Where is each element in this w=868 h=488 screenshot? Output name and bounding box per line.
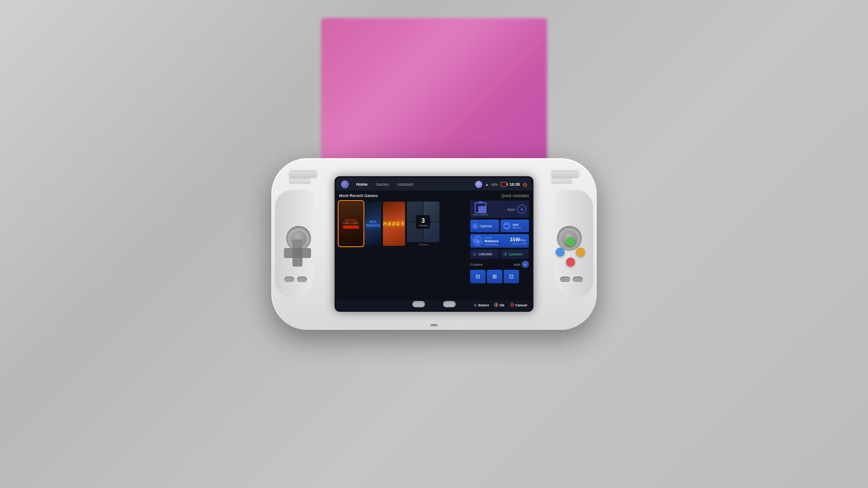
- optimize-labels: Optimize: [480, 225, 492, 228]
- update-icon: ↺: [503, 252, 507, 257]
- game-item-more: 3 Games 3 Games: [407, 202, 439, 246]
- dpad-center: [292, 248, 302, 258]
- power-watt-max: Max: [520, 239, 526, 242]
- nav-home[interactable]: Home: [354, 181, 369, 188]
- windows-button[interactable]: ⊞: [487, 270, 502, 283]
- battery-text: 43%: [491, 183, 498, 186]
- power-info: Game Balance PowerSaving: [485, 236, 499, 246]
- add-circle-button[interactable]: +: [522, 261, 529, 268]
- left-grip: [275, 190, 313, 298]
- resolution-icon: ⊡: [473, 252, 476, 257]
- games-panel: Most Recent Games METRO LAST LIGHT: [339, 193, 467, 297]
- select-start-area: [412, 301, 456, 307]
- l2-button[interactable]: [289, 179, 310, 184]
- pro-icon: [502, 221, 511, 230]
- r1-button[interactable]: [552, 172, 579, 178]
- ok-icon: Ⓐ: [494, 302, 498, 308]
- pro-wild-label: Wild: [513, 223, 521, 226]
- l1-button[interactable]: [289, 172, 316, 178]
- r2-button[interactable]: [552, 179, 572, 184]
- b-button[interactable]: [576, 248, 585, 257]
- abxy-buttons[interactable]: [556, 237, 585, 267]
- layout-icon: ⊡: [509, 273, 514, 280]
- main-content: Most Recent Games METRO LAST LIGHT: [336, 191, 532, 300]
- power-mode-icon: [473, 236, 483, 246]
- handheld-device: Home Games Assistant ▲ 43% 10:35 ⏻ Most: [271, 158, 597, 330]
- game-more-count: 3: [419, 217, 427, 224]
- small-btns-left: [284, 277, 307, 282]
- apps-icon-container: None Added: [473, 202, 488, 216]
- pro-labels: Wild Wild Pro: [513, 223, 521, 229]
- power-watt-value: 15WMax: [510, 237, 526, 242]
- add-label: Add: [514, 263, 520, 267]
- ok-label: Ok: [500, 303, 505, 307]
- small-btn-1[interactable]: [284, 277, 294, 282]
- status-cancel: Ⓑ Cancel: [510, 302, 527, 308]
- apps-row: None Added Apps +: [470, 201, 529, 218]
- charge-port: [430, 324, 438, 326]
- monitor-icon: ⊟: [476, 273, 480, 280]
- nav-avatar-left: [341, 180, 349, 188]
- pro-sub-label: Wild Pro: [513, 226, 521, 229]
- nav-games[interactable]: Games: [374, 181, 391, 188]
- nav-links: Home Games Assistant: [354, 181, 470, 188]
- custom-buttons: ⊟ ⊞ ⊡: [470, 270, 529, 283]
- power-sub: PowerSaving: [485, 243, 499, 246]
- power-btn-icon[interactable]: ⏻: [523, 182, 527, 187]
- pro-button[interactable]: Wild Wild Pro: [500, 220, 529, 232]
- windows-icon: ⊞: [492, 273, 497, 280]
- status-select: ✛ Select: [473, 303, 489, 308]
- game-card-metro[interactable]: METRO LAST LIGHT REDUX: [339, 202, 363, 246]
- x-button[interactable]: [556, 248, 565, 257]
- small-btns-right: [560, 277, 583, 282]
- small-btn-4[interactable]: [573, 277, 583, 282]
- start-button[interactable]: [443, 301, 456, 307]
- background-poster: [321, 18, 547, 163]
- svg-point-1: [505, 224, 506, 225]
- res-update-row: ⊡ 1280x800 ↺ Updatable: [470, 249, 529, 259]
- nav-status: ▲ 43% 10:35 ⏻: [475, 181, 527, 188]
- optimize-label: Optimize: [480, 225, 492, 228]
- power-mode-button[interactable]: Game Balance PowerSaving 15WMax current:…: [470, 234, 529, 248]
- games-grid: METRO LAST LIGHT REDUX Metro: Last Light…: [339, 202, 467, 246]
- shoulder-buttons-left: [289, 172, 316, 184]
- game-card-bioshock[interactable]: BIO SHOCK: [365, 202, 381, 246]
- nav-assistant[interactable]: Assistant: [395, 181, 415, 188]
- select-button[interactable]: [412, 301, 425, 307]
- update-label: Updatable: [509, 253, 523, 256]
- a-button[interactable]: [566, 258, 575, 267]
- pro-icon-container: [502, 221, 511, 230]
- svg-point-2: [507, 224, 509, 225]
- nav-bar: Home Games Assistant ▲ 43% 10:35 ⏻: [336, 178, 532, 191]
- updatable-button[interactable]: ↺ Updatable: [500, 249, 529, 259]
- layout-button[interactable]: ⊡: [504, 270, 519, 283]
- select-label: Select: [478, 303, 489, 307]
- y-button[interactable]: [566, 237, 575, 246]
- optimize-button[interactable]: ♫ Optimize: [470, 220, 499, 232]
- shoulder-buttons-right: [552, 172, 579, 184]
- resolution-button[interactable]: ⊡ 1280x800: [470, 249, 499, 259]
- custom-section: Custom Add +: [470, 261, 529, 268]
- small-btn-3[interactable]: [560, 277, 570, 282]
- nav-avatar-right: [475, 181, 482, 188]
- power-watt-container: 15WMax current: 2.5 W: [510, 237, 526, 245]
- game-caption-more: 3 Games: [419, 243, 428, 246]
- power-balance-label: Balance: [485, 239, 499, 243]
- game-card-more[interactable]: 3 Games: [407, 202, 439, 242]
- apps-add-button[interactable]: +: [517, 205, 526, 214]
- status-ok: Ⓐ Ok: [494, 302, 505, 308]
- game-more-label: Games: [419, 224, 427, 227]
- power-current: current: 2.5 W: [510, 242, 526, 245]
- games-section-title: Most Recent Games: [339, 193, 467, 198]
- battery-icon: [500, 182, 507, 187]
- dpad[interactable]: [284, 239, 311, 267]
- monitor-button[interactable]: ⊟: [470, 270, 486, 283]
- screen: Home Games Assistant ▲ 43% 10:35 ⏻ Most: [336, 178, 532, 310]
- wifi-icon: ▲: [485, 183, 489, 187]
- resolution-label: 1280x800: [478, 253, 492, 256]
- assistant-panel: Quick Assistant None Added Apps: [470, 193, 529, 297]
- game-item-bioshock: BIO SHOCK 生化奇兵 重制版: [365, 202, 381, 246]
- game-card-hades[interactable]: HADES: [383, 202, 405, 246]
- small-btn-2[interactable]: [297, 277, 307, 282]
- add-btn-row: Add +: [514, 261, 529, 268]
